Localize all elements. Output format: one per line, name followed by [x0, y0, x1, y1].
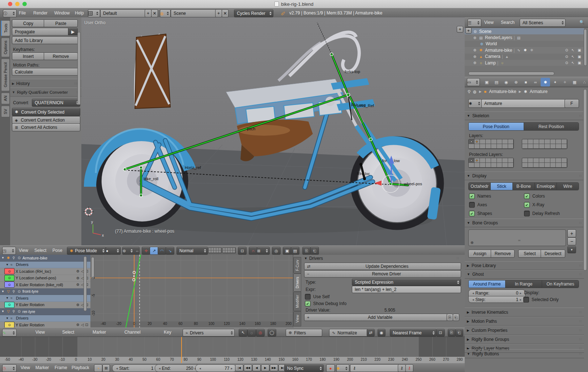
play-reverse-button[interactable]: ◀ — [252, 364, 261, 371]
editor-type-button-outliner[interactable]: ☰ — [468, 19, 481, 27]
outliner-item-label[interactable]: Lamp — [485, 60, 496, 65]
channel-scrollbar[interactable] — [84, 256, 87, 311]
end-frame-field[interactable]: ◂ End: 250 ▸ — [155, 364, 200, 372]
layer-cell[interactable] — [474, 139, 480, 144]
panel-grip-icon[interactable]: ∷ — [579, 174, 582, 178]
collapsed-panel-header[interactable]: ▶ Inverse Kinematics ∷ — [465, 308, 584, 317]
ghost-panel-header[interactable]: ▼ Ghost ∷ — [465, 270, 584, 279]
graph-menu-marker[interactable]: Marker — [93, 330, 106, 335]
ghost-range-field[interactable]: ◂ Range: 0 ▸ — [468, 289, 525, 296]
pivot-select-button[interactable]: ⊡ — [436, 329, 445, 337]
selected-only-checkbox[interactable]: ✔ Selected Only — [523, 297, 559, 303]
remove-keyframe-button[interactable]: Remove — [44, 52, 78, 60]
driver-type-select[interactable]: Scripted Expression — [352, 279, 461, 286]
expand-icon[interactable]: ⊕ — [473, 55, 477, 59]
paste-keys-button[interactable]: ⎗ — [455, 329, 463, 337]
display-octahedral-button[interactable]: Octahedr — [469, 183, 491, 190]
snap-toggle-button[interactable]: ∩ — [249, 247, 257, 255]
manipulator-axis-button[interactable]: ✛ — [142, 247, 150, 255]
outliner-row-world[interactable]: ⊕ World — [465, 41, 584, 47]
render-opengl-anim-button[interactable]: ▤ — [291, 247, 299, 255]
layer-cell[interactable] — [550, 163, 556, 168]
manipulator-translate-button[interactable]: ↗ — [150, 247, 158, 255]
expand-icon[interactable]: ▼ — [1, 290, 5, 293]
expand-icon[interactable]: ▼ — [1, 310, 5, 313]
expand-icon[interactable]: ▼ — [1, 256, 5, 259]
remove-driver-button[interactable]: − Remove Driver — [304, 270, 461, 278]
add-to-library-button[interactable]: Add To Library — [12, 37, 80, 44]
channel-row[interactable]: ▼ ⚲ ⊙ ≈ ⊙ Drivers ⚙ ◁ ⊡ — [0, 315, 90, 322]
display-wire-button[interactable]: Wire — [557, 183, 579, 190]
render-toggle-icon[interactable]: ▣ — [578, 61, 581, 65]
decrement-arrow-icon[interactable]: ◂ — [199, 367, 201, 370]
normalize-icon-button[interactable]: ◯ — [268, 329, 276, 337]
bone-group-specials-button[interactable]: ▼ — [567, 246, 576, 253]
tab-fcurve[interactable]: F-Curv — [293, 257, 301, 274]
decrement-arrow-icon[interactable]: ◂ — [116, 367, 118, 370]
screen-layout-field[interactable]: Default — [100, 9, 148, 17]
remove-button[interactable]: Remove — [491, 250, 515, 258]
channel-label[interactable]: X Euler Rotation (bike_roll) — [16, 283, 63, 287]
timeline-ruler[interactable]: -50-40-30-20-100102030405060708090100110… — [0, 357, 465, 363]
paste-button[interactable]: Paste — [44, 20, 78, 27]
layer-cell[interactable] — [480, 144, 486, 149]
channel-row[interactable]: ▼ ⚲ ⊙ ≈ ⊙ Drivers ⚙ ◁ ⊡ — [0, 295, 90, 302]
layer-cell[interactable] — [491, 158, 497, 163]
assign-button[interactable]: Assign — [468, 250, 491, 258]
channel-row[interactable]: ▼ ▽ ⚲ ⊙ ≈ ⊙ rer-tyre ⚙ ◁ ⊡ — [0, 308, 90, 315]
rest-position-button[interactable]: Rest Position — [524, 123, 579, 130]
render-engine-select[interactable]: Cycles Render — [234, 9, 273, 17]
armature-layers-grid-left[interactable] — [468, 139, 514, 149]
menu-file[interactable]: File — [19, 10, 26, 16]
layer-cell[interactable] — [545, 158, 550, 163]
channel-row[interactable]: ▼ ▽ ⚲ ⊙ ≈ ⊙ front-tyre ⚙ ◁ ⊡ — [0, 288, 90, 295]
ghost-on-keyframes-button[interactable]: On Keyframes — [542, 280, 579, 288]
channel-row[interactable]: ▼ ⚲ ⊙ ≈ ⊙ X Location (RH_loc) ⚙ ◁ ⊡ — [0, 268, 90, 275]
layer-cell[interactable] — [550, 139, 556, 144]
prev-keyframe-button[interactable]: ◀◀ — [244, 364, 252, 371]
screen-layout-icon-button[interactable] — [88, 9, 100, 17]
region-expand-button[interactable]: + — [457, 26, 463, 33]
channel-row[interactable]: ▼ ⚲ ⊙ ≈ ⊙ Drivers ⚙ ◁ ⊡ — [0, 262, 90, 269]
layer-cell[interactable] — [539, 163, 545, 168]
timeline[interactable]: -50-40-30-20-100102030405060708090100110… — [0, 337, 465, 363]
search-icon[interactable]: 🔍 — [579, 20, 584, 25]
outliner-row-armature[interactable]: ⊕ ✱ Armature-bike | ∿ ✱ ✱ ⊙ ↖ ▣ — [465, 47, 584, 53]
layer-cell[interactable] — [528, 144, 534, 149]
channel-color-eye[interactable]: ⊙ — [4, 322, 14, 327]
layer-cell[interactable] — [474, 144, 480, 149]
outliner-row-lamp[interactable]: ⊕ ☼ Lamp | ☼ ⊙ ↖ ▣ — [465, 60, 584, 66]
panel-grip-icon[interactable]: ∷ — [579, 320, 582, 323]
outliner-item-label[interactable]: World — [486, 41, 497, 46]
expand-icon[interactable]: ▼ — [6, 263, 9, 266]
scene-icon-button[interactable]: ◍ — [160, 9, 171, 17]
channel-label[interactable]: Drivers — [16, 316, 29, 320]
layer-cell[interactable] — [545, 144, 550, 149]
maximize-window-button[interactable] — [22, 2, 27, 6]
snap-mode-select[interactable]: Nearest Frame — [390, 329, 436, 337]
id-name-field[interactable]: Armature — [481, 99, 568, 108]
current-frame-marker[interactable] — [181, 337, 182, 363]
toolshelf-tab-grease-pencil[interactable]: Grease Pencil — [1, 59, 10, 91]
layer-cell[interactable] — [562, 144, 567, 149]
render-opengl-button[interactable]: ▣ — [283, 247, 291, 255]
cursor-select-icon[interactable]: ↖ — [571, 48, 574, 52]
pin-icon[interactable]: ⚲ — [12, 289, 16, 293]
channel-label[interactable]: Drivers — [16, 296, 29, 300]
collapsed-panel-header[interactable]: ▶ Motion Paths ∷ — [465, 317, 584, 326]
skeleton-panel-header[interactable]: ▼ Skeleton ∷ — [465, 111, 584, 120]
toolshelf-tab-sv[interactable]: SV — [1, 106, 10, 117]
outliner-hscrollbar[interactable] — [468, 72, 554, 75]
increment-arrow-icon[interactable]: ▸ — [231, 367, 233, 370]
add-bone-group-button[interactable]: + — [567, 229, 576, 237]
tab-modifier[interactable]: Modifier — [293, 292, 301, 311]
breadcrumb-object[interactable]: Armature-bike — [489, 89, 516, 94]
outliner-item-label[interactable]: Armature-bike — [485, 48, 512, 53]
layer-cell[interactable] — [556, 144, 562, 149]
viewport-shading-select[interactable]: ● — [106, 247, 121, 255]
paste-variables-button[interactable]: ⎗ — [453, 314, 459, 321]
collapsed-panel-header[interactable]: ▶ Custom Properties ∷ — [465, 326, 584, 335]
convert-only-selected-button[interactable]: ✱ Convert Only Selected — [12, 108, 80, 116]
lock-time-button[interactable]: ⊠ — [102, 364, 110, 372]
graph-vscrollbar[interactable] — [91, 257, 94, 279]
